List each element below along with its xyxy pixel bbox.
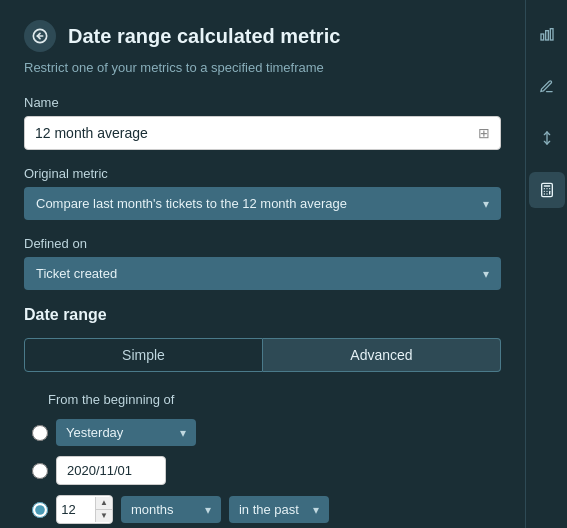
radio-date[interactable]	[32, 463, 48, 479]
sidebar-calculator-icon[interactable]	[529, 172, 565, 208]
chevron-down-icon-3: ▾	[180, 426, 186, 440]
yesterday-label: Yesterday	[66, 425, 123, 440]
pencil-icon	[539, 79, 554, 94]
bar-chart-icon	[539, 26, 555, 42]
calendar-icon: ⊞	[478, 125, 490, 141]
original-metric-label: Original metric	[24, 166, 501, 181]
from-label: From the beginning of	[48, 392, 501, 407]
tab-row: Simple Advanced	[24, 338, 501, 372]
page-title: Date range calculated metric	[68, 25, 340, 48]
months-label: months	[131, 502, 174, 517]
defined-on-label: Defined on	[24, 236, 501, 251]
date-input[interactable]	[56, 456, 166, 485]
in-the-past-label: in the past	[239, 502, 299, 517]
yesterday-select[interactable]: Yesterday ▾	[56, 419, 196, 446]
sidebar-pencil-icon[interactable]	[529, 68, 565, 104]
radio-row-months: ▲ ▼ months ▾ in the past ▾	[32, 495, 501, 524]
spin-down-button[interactable]: ▼	[96, 510, 112, 522]
chevron-down-icon-5: ▾	[313, 503, 319, 517]
header: Date range calculated metric	[24, 20, 501, 52]
date-range-title: Date range	[24, 306, 501, 324]
subtitle: Restrict one of your metrics to a specif…	[24, 60, 501, 75]
months-number-input[interactable]	[57, 496, 95, 523]
main-panel: Date range calculated metric Restrict on…	[0, 0, 525, 528]
defined-on-value: Ticket created	[36, 266, 117, 281]
spin-up-button[interactable]: ▲	[96, 497, 112, 510]
svg-rect-3	[545, 31, 548, 40]
chevron-down-icon-2: ▾	[483, 267, 489, 281]
name-input-wrapper: ⊞	[24, 116, 501, 150]
radio-row-yesterday: Yesterday ▾	[32, 419, 501, 446]
back-button[interactable]	[24, 20, 56, 52]
original-metric-select[interactable]: Compare last month's tickets to the 12 m…	[24, 187, 501, 220]
name-label: Name	[24, 95, 501, 110]
svg-rect-2	[541, 34, 544, 40]
radio-months[interactable]	[32, 502, 48, 518]
svg-rect-4	[550, 29, 553, 40]
radio-yesterday[interactable]	[32, 425, 48, 441]
defined-on-select[interactable]: Ticket created ▾	[24, 257, 501, 290]
name-input[interactable]	[35, 125, 478, 141]
svg-rect-6	[541, 183, 552, 196]
tab-advanced[interactable]: Advanced	[263, 338, 501, 372]
tab-simple[interactable]: Simple	[24, 338, 263, 372]
chevron-down-icon: ▾	[483, 197, 489, 211]
spin-buttons: ▲ ▼	[95, 497, 112, 522]
back-arrow-icon	[32, 28, 48, 44]
chevron-down-icon-4: ▾	[205, 503, 211, 517]
number-input-wrapper: ▲ ▼	[56, 495, 113, 524]
radio-row-date	[32, 456, 501, 485]
in-the-past-select[interactable]: in the past ▾	[229, 496, 329, 523]
sidebar-bar-chart-icon[interactable]	[529, 16, 565, 52]
sidebar-sort-icon[interactable]	[529, 120, 565, 156]
months-select[interactable]: months ▾	[121, 496, 221, 523]
sort-icon	[539, 130, 555, 146]
sidebar	[525, 0, 567, 528]
calculator-icon	[539, 182, 555, 198]
original-metric-value: Compare last month's tickets to the 12 m…	[36, 196, 347, 211]
